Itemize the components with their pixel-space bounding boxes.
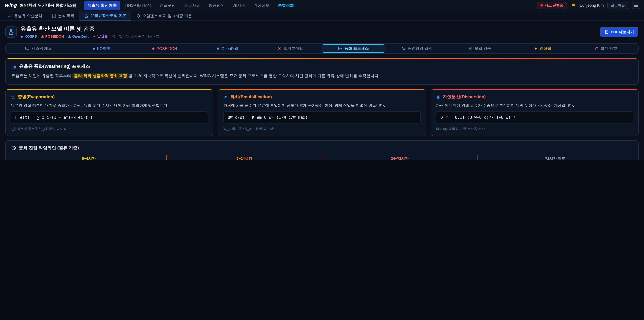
- news-icon: [12, 64, 16, 69]
- weathering-intro-paragraph: 유출유는 해면에 유출된 직후부터 물리·화학·생물학적 풍화 과정을 거쳐 지…: [12, 73, 632, 79]
- incident-status-badge[interactable]: 사고 진행중: [537, 2, 567, 9]
- evaporation-formula: F_e(t) = ∑ x_i·(1 - e^(-k_ei·t)): [11, 111, 208, 124]
- phase-time: 72시간 이후: [481, 156, 629, 160]
- card-emulsification-title-row: 유화(Emulsification): [224, 94, 420, 100]
- hamburger-menu-icon[interactable]: [632, 2, 639, 9]
- tab-ensemble[interactable]: 앙상블: [511, 44, 574, 53]
- badge-poseidon: ◉ POSEIDON: [41, 34, 64, 38]
- diamond-icon: ◆: [92, 47, 95, 50]
- compass-icon: [278, 46, 282, 51]
- nav-item-weather-info[interactable]: 기상정보: [250, 1, 273, 10]
- wave-icon: [402, 46, 406, 51]
- nav-item-reports[interactable]: 보고자료: [180, 1, 204, 10]
- timeline-grid: 0~6시간 초기 확산 증발 20-30% 유막 급속 확대 중질유분 잔류 6…: [12, 155, 632, 160]
- weathering-highlight: 물리·화학·생물학적 풍화 과정: [72, 73, 129, 79]
- card-dispersion: 자연분산(Dispersion) 파랑 에너지에 의해 유류가 수중으로 분산되…: [431, 89, 639, 136]
- page-header-text: 유출유 확산 모델 이론 및 검증 ◆ KOSPS ◉ POSEIDON ◉ O…: [20, 25, 161, 39]
- card-title: 유화(Emulsification): [230, 94, 272, 100]
- clock-icon: [12, 146, 16, 150]
- rocket-icon: [594, 46, 598, 51]
- wave-icon: [224, 95, 228, 99]
- tab-opendrift[interactable]: ◉ OpenDrift: [196, 44, 259, 53]
- ring-icon: [136, 14, 140, 18]
- pulse-dot-icon: [541, 4, 543, 6]
- nav-item-oil-spill-forecast[interactable]: 유출유 확산예측: [84, 1, 120, 10]
- phase-time: 24~72시간: [326, 156, 474, 160]
- wind-icon: [11, 95, 16, 99]
- list-icon: [52, 14, 56, 18]
- tab-future-direction[interactable]: 발전 방향: [574, 44, 637, 53]
- flask-icon: [84, 13, 88, 18]
- news-icon: [338, 46, 342, 51]
- card-note: Mackay 경험식 기반 분산율 계산: [436, 127, 633, 131]
- sub-tab-bar: 유출유 확산분석 분석 목록 유출유확산모델 이론 오일펜스 배치 알고리즘 이…: [0, 11, 644, 21]
- brand-home[interactable]: Wing 해양환경 위기대응 통합시스템: [5, 3, 76, 8]
- card-description: 파랑 에너지에 의해 유류가 수중으로 분산되어 유막 두께가 감소하는 과정입…: [436, 103, 633, 108]
- app-title: 해양환경 위기대응 통합시스템: [20, 3, 76, 8]
- weathering-timeline-section: 풍화 진행 타임라인 (원유 기준) 0~6시간 초기 확산 증발 20-30%…: [5, 140, 639, 160]
- nav-item-hns-atmospheric[interactable]: HNS·대기확산: [122, 1, 155, 10]
- timeline-phase-initial-spread: 0~6시간 초기 확산 증발 20-30% 유막 급속 확대 중질유분 잔류: [12, 155, 166, 160]
- app-root: Wing 해양환경 위기대응 통합시스템 유출유 확산예측 HNS·대기확산 긴…: [0, 0, 644, 160]
- timeline-phase-tarball: 72시간 이후 타르볼 생성 타르볼 형성 생물분해 우세 장기 잔류: [477, 155, 632, 160]
- diamond-icon: ◆: [20, 34, 23, 38]
- subtab-diffusion-analysis[interactable]: 유출유 확산분석: [3, 11, 46, 21]
- badge-opendrift: ◉ OpenDrift: [68, 34, 88, 38]
- circled-dot-icon: ◉: [216, 47, 219, 50]
- card-dispersion-title-row: 자연분산(Dispersion): [436, 94, 633, 100]
- card-note: x_i: 성분별 몰분율 / k_ei: 증발 속도상수: [11, 127, 208, 131]
- chart-icon: [8, 14, 12, 18]
- user-name: Eunjeong Kim: [580, 3, 604, 8]
- top-nav-right: 사고 진행중 Eunjeong Kim 로그아웃: [537, 2, 639, 9]
- timeline-phase-stabilization: 24~72시간 안정화 수중 분산 증가 자연분해 시작 해안 표착 위험: [322, 155, 477, 160]
- page-title: 유출유 확산 모델 이론 및 검증: [20, 25, 161, 33]
- incident-status-label: 사고 진행중: [545, 3, 563, 8]
- lightning-icon: [534, 46, 538, 51]
- subtab-diffusion-model-theory[interactable]: 유출유확산모델 이론: [80, 11, 131, 21]
- card-description: 유류의 경질 성분이 대기로 증발하는 과정. 유출 초기 수시간 내에 가장 …: [11, 103, 208, 108]
- weathering-section-title: 유출유 풍화(Weathering) 프로세스: [19, 64, 90, 70]
- main-nav: 유출유 확산예측 HNS·대기확산 긴급구난 보고자료 항공탐색 게시판 기상정…: [84, 1, 298, 10]
- circled-dot-icon: ◉: [41, 34, 44, 38]
- card-description: 파랑에 의해 해수가 유류에 혼입되어 점도가 크게 증가하는 현상. 방제 작…: [224, 103, 420, 108]
- document-icon: [605, 30, 609, 34]
- tab-model-validation[interactable]: 모델 검증: [448, 44, 511, 53]
- nav-item-emergency-rescue[interactable]: 긴급구난: [156, 1, 179, 10]
- page-flask-icon: [5, 26, 17, 38]
- tab-system-overview[interactable]: 시스템 개요: [7, 44, 70, 53]
- nav-item-integrated-search[interactable]: 통합조회: [274, 1, 298, 10]
- logout-button[interactable]: 로그아웃: [608, 2, 628, 9]
- card-title: 증발(Evaporation): [18, 94, 55, 100]
- timeline-phase-emulsification: 6~24시간 유화 진행 유화율 50-70% 점도 급증 체적 1.5-4배: [166, 155, 322, 160]
- nav-item-board[interactable]: 게시판: [229, 1, 249, 10]
- app-logo: Wing: [5, 3, 17, 8]
- phase-time: 0~6시간: [15, 156, 163, 160]
- pdf-export-button[interactable]: PDF 내보내기: [600, 27, 639, 37]
- tab-poseidon[interactable]: ◉ POSEIDON: [133, 44, 196, 53]
- phase-time: 6~24시간: [170, 156, 318, 160]
- tab-weathering-process[interactable]: 풍화 프로세스: [322, 44, 385, 53]
- card-evaporation: 증발(Evaporation) 유류의 경질 성분이 대기로 증발하는 과정. …: [5, 89, 213, 136]
- subtab-oil-fence-algorithm-theory[interactable]: 오일펜스 배치 알고리즘 이론: [132, 11, 196, 21]
- weathering-section-title-row: 유출유 풍화(Weathering) 프로세스: [12, 64, 632, 70]
- card-title: 자연분산(Dispersion): [443, 94, 486, 100]
- nav-item-aerial-search[interactable]: 항공탐색: [205, 1, 228, 10]
- tab-marine-environment-input[interactable]: 해양환경 입력: [385, 44, 448, 53]
- subtab-analysis-list[interactable]: 분석 목록: [47, 11, 79, 21]
- notification-bell-icon[interactable]: [571, 3, 576, 8]
- model-badge-row: ◆ KOSPS ◉ POSEIDON ◉ OpenDrift 앙상블 라그랑지안…: [20, 34, 161, 39]
- tab-kosps[interactable]: ◆ KOSPS: [70, 44, 133, 53]
- monitor-icon: [25, 46, 30, 51]
- process-cards: 증발(Evaporation) 유류의 경질 성분이 대기로 증발하는 과정. …: [5, 89, 639, 136]
- timeline-title: 풍화 진행 타임라인 (원유 기준): [19, 145, 79, 151]
- tab-particle-tracking[interactable]: 입자추적법: [259, 44, 322, 53]
- page-header: 유출유 확산 모델 이론 및 검증 ◆ KOSPS ◉ POSEIDON ◉ O…: [0, 21, 644, 42]
- top-nav: Wing 해양환경 위기대응 통합시스템 유출유 확산예측 HNS·대기확산 긴…: [0, 0, 644, 11]
- badge-ensemble: 앙상블: [92, 34, 108, 39]
- card-emulsification: 유화(Emulsification) 파랑에 의해 해수가 유류에 혼입되어 점…: [218, 89, 426, 136]
- emulsification-formula: dW_c/dt = K_em·U_w²·(1-W_c/W_max): [224, 111, 420, 124]
- check-icon: [468, 46, 472, 51]
- card-note: W_c: 함수율 / K_em: 유화 속도상수: [224, 127, 420, 131]
- dispersion-formula: D_r = 0.11·(U_w+U_c)²·(1+U_w)⁻¹: [436, 111, 633, 124]
- lightning-icon: [92, 34, 96, 38]
